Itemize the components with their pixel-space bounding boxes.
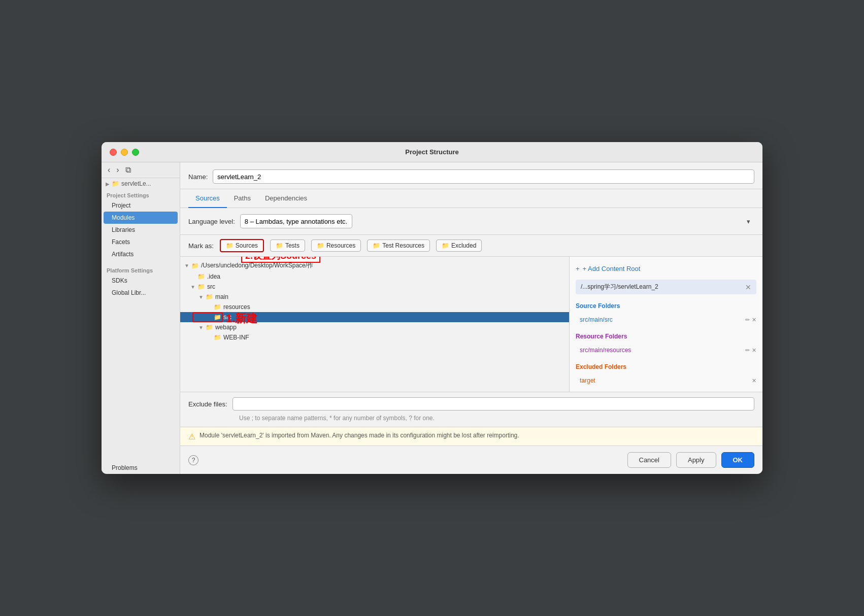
webapp-arrow: ▼ xyxy=(198,325,204,330)
sidebar-item-problems[interactable]: Problems xyxy=(102,462,180,474)
name-label: Name: xyxy=(188,173,208,181)
main-arrow: ▼ xyxy=(198,294,204,300)
tree-node-src-inner[interactable]: 📁 src 1.新建 xyxy=(180,312,569,322)
exclude-label: Exclude files: xyxy=(188,400,227,408)
mark-as-row: Mark as: 📁 Sources 📁 Tests 📁 Resources xyxy=(180,235,762,257)
tree-node-root[interactable]: ▼ 📁 /Users/uncledong/Desktop/WorkSpace/作… xyxy=(180,260,569,271)
sidebar-item-modules[interactable]: Modules xyxy=(104,212,178,224)
tab-sources[interactable]: Sources xyxy=(188,189,227,208)
language-level-select[interactable]: 8 – Lambdas, type annotations etc. xyxy=(240,214,352,228)
mark-as-label: Mark as: xyxy=(188,242,214,250)
tree-node-src[interactable]: ▼ 📁 src xyxy=(180,282,569,292)
sidebar-item-project[interactable]: Project xyxy=(102,199,180,212)
exclude-input[interactable] xyxy=(232,397,754,410)
mark-sources-button[interactable]: 📁 Sources xyxy=(220,239,264,252)
mark-tests-button[interactable]: 📁 Tests xyxy=(270,239,305,252)
resources-label: resources xyxy=(223,303,250,311)
idea-folder-icon: 📁 xyxy=(197,273,205,280)
dialog-title: Project Structure xyxy=(405,148,458,156)
sidebar-item-libraries[interactable]: Libraries xyxy=(102,224,180,236)
webinf-label: WEB-INF xyxy=(223,334,249,341)
content-root-path: /...spring学习/servletLearn_2 ✕ xyxy=(576,280,756,294)
warning-row: ⚠ Module 'servletLearn_2' is imported fr… xyxy=(180,427,762,446)
file-tree-panel: ▼ 📁 /Users/uncledong/Desktop/WorkSpace/作… xyxy=(180,257,570,392)
content-area: Language level: 8 – Lambdas, type annota… xyxy=(180,208,762,446)
src-inner-folder-icon: 📁 xyxy=(214,314,221,321)
main-label: main xyxy=(215,293,228,300)
tree-node-main[interactable]: ▼ 📁 main xyxy=(180,292,569,302)
project-structure-dialog: Project Structure ‹ › ⧉ ▶ 📁 servletLe...… xyxy=(102,142,762,474)
add-icon: + xyxy=(576,265,580,272)
exclude-row: Exclude files: xyxy=(188,397,754,410)
annotation-sources-label: 2.设置为Sources xyxy=(241,257,320,263)
tree-node-resources[interactable]: 📁 resources xyxy=(180,302,569,312)
add-content-root-button[interactable]: + + Add Content Root xyxy=(576,263,756,275)
webinf-folder-icon: 📁 xyxy=(214,334,221,341)
src-label: src xyxy=(207,283,215,290)
minimize-button[interactable] xyxy=(121,149,128,156)
main-panel: Name: Sources Paths Dependencies Languag… xyxy=(180,162,762,474)
mark-test-resources-button[interactable]: 📁 Test Resources xyxy=(367,239,430,252)
tree-node-webinf[interactable]: 📁 WEB-INF xyxy=(180,332,569,343)
cancel-button[interactable]: Cancel xyxy=(627,452,671,468)
content-root-close[interactable]: ✕ xyxy=(745,283,751,291)
source-folder-delete[interactable]: ✕ xyxy=(752,317,756,323)
sidebar-item-artifacts[interactable]: Artifacts xyxy=(102,248,180,260)
source-folder-edit[interactable]: ✏ xyxy=(745,317,750,323)
split-area: ▼ 📁 /Users/uncledong/Desktop/WorkSpace/作… xyxy=(180,257,762,392)
mark-resources-label: Resources xyxy=(326,242,355,249)
tab-dependencies[interactable]: Dependencies xyxy=(258,189,314,208)
maximize-button[interactable] xyxy=(132,149,139,156)
source-folder-path: src/main/src xyxy=(580,316,613,323)
sidebar-item-sdks[interactable]: SDKs xyxy=(102,275,180,287)
resources-folder-icon-tree: 📁 xyxy=(214,303,221,311)
resource-folder-delete[interactable]: ✕ xyxy=(752,347,756,354)
left-toolbar: ‹ › ⧉ xyxy=(102,162,180,178)
excluded-folder-path: target xyxy=(580,377,595,384)
resource-folder-path: src/main/resources xyxy=(580,347,631,354)
resources-folder-icon: 📁 xyxy=(317,242,324,249)
platform-settings-section: Platform Settings xyxy=(102,264,180,275)
title-bar: Project Structure xyxy=(102,142,762,162)
mark-excluded-button[interactable]: 📁 Excluded xyxy=(436,239,482,252)
module-tree-item[interactable]: ▶ 📁 servletLe... xyxy=(102,178,180,189)
tests-folder-icon: 📁 xyxy=(276,242,283,249)
main-folder-icon: 📁 xyxy=(206,293,213,300)
close-button[interactable] xyxy=(110,149,117,156)
tab-paths[interactable]: Paths xyxy=(227,189,258,208)
tree-node-idea[interactable]: 📁 .idea xyxy=(180,271,569,282)
resource-folders-title: Resource Folders xyxy=(576,333,756,340)
folder-icon: 📁 xyxy=(112,180,119,187)
webapp-folder-icon: 📁 xyxy=(206,324,213,331)
test-resources-folder-icon: 📁 xyxy=(373,242,380,249)
forward-button[interactable]: › xyxy=(115,165,120,175)
ok-button[interactable]: OK xyxy=(721,452,755,468)
resource-folder-edit[interactable]: ✏ xyxy=(745,347,750,354)
excluded-folder-entry: target ✕ xyxy=(576,375,756,386)
root-arrow: ▼ xyxy=(184,263,189,268)
dialog-body: ‹ › ⧉ ▶ 📁 servletLe... Project Settings … xyxy=(102,162,762,474)
copy-button[interactable]: ⧉ xyxy=(124,165,132,175)
excluded-folder-delete[interactable]: ✕ xyxy=(752,378,756,384)
left-panel: ‹ › ⧉ ▶ 📁 servletLe... Project Settings … xyxy=(102,162,180,474)
language-level-row: Language level: 8 – Lambdas, type annota… xyxy=(180,208,762,235)
sidebar-item-facets[interactable]: Facets xyxy=(102,236,180,248)
src-folder-icon: 📁 xyxy=(197,283,205,290)
tree-arrow: ▶ xyxy=(106,181,110,187)
help-button[interactable]: ? xyxy=(188,455,198,465)
language-level-select-wrapper[interactable]: 8 – Lambdas, type annotations etc. xyxy=(240,214,754,228)
mark-test-resources-label: Test Resources xyxy=(382,242,424,249)
sidebar-item-global-libs[interactable]: Global Libr... xyxy=(102,287,180,299)
right-panel: + + Add Content Root /...spring学习/servle… xyxy=(570,257,762,392)
excluded-folder-actions: ✕ xyxy=(752,378,756,384)
name-input[interactable] xyxy=(213,169,754,184)
src-arrow: ▼ xyxy=(190,284,195,290)
back-button[interactable]: ‹ xyxy=(107,165,111,175)
sources-folder-icon: 📁 xyxy=(226,242,234,249)
mark-tests-label: Tests xyxy=(285,242,300,249)
apply-button[interactable]: Apply xyxy=(676,452,716,468)
mark-resources-button[interactable]: 📁 Resources xyxy=(311,239,361,252)
source-folder-actions: ✏ ✕ xyxy=(745,317,756,323)
project-settings-section: Project Settings xyxy=(102,189,180,199)
name-row: Name: xyxy=(180,162,762,189)
